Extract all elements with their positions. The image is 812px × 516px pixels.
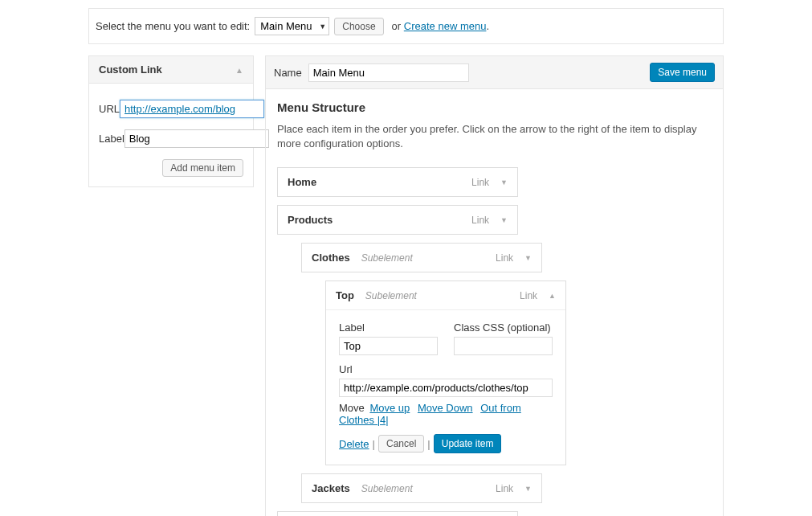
url-input[interactable] [120, 100, 264, 118]
menu-structure-desc: Place each item in the order you prefer.… [277, 122, 712, 151]
chevron-up-icon: ▲ [235, 65, 243, 74]
chevron-up-icon: ▲ [549, 292, 556, 300]
menu-item-products: Products Link ▼ [277, 205, 518, 235]
expanded-label-label: Label [339, 321, 438, 334]
item-type: Link [496, 252, 513, 264]
chevron-down-icon: ▼ [500, 216, 508, 224]
chevron-down-icon: ▼ [524, 485, 532, 493]
move-label: Move [339, 402, 365, 414]
item-title: Clothes [312, 252, 350, 264]
main-panel: Name Save menu Menu Structure Place each… [265, 55, 724, 516]
item-subelement: Subelement [361, 483, 413, 494]
label-input[interactable] [124, 129, 269, 148]
url-label: URL [99, 103, 120, 115]
select-menu-label: Select the menu you want to edit: [96, 20, 250, 32]
sidebar: Custom Link ▲ URL Label Add menu item [88, 55, 254, 187]
item-title: Home [288, 176, 316, 188]
expanded-class-label: Class CSS (optional) [454, 321, 553, 334]
menu-item-header[interactable]: Jackets Subelement Link ▼ [302, 474, 541, 502]
main-header: Name Save menu [265, 55, 724, 89]
menu-item-header[interactable]: Contact us Link ▼ [278, 512, 517, 516]
menu-item-clothes: Clothes Subelement Link ▼ [301, 243, 542, 272]
item-type: Link [496, 483, 513, 494]
menu-item-header[interactable]: Home Link ▼ [278, 168, 517, 196]
expanded-url-label: Url [339, 363, 553, 375]
item-title: Jackets [312, 482, 350, 494]
menu-item-contact: Contact us Link ▼ [277, 511, 518, 516]
menu-item-header[interactable]: Products Link ▼ [278, 206, 517, 234]
move-up-link[interactable]: Move up [369, 402, 410, 414]
menu-selector-bar: Select the menu you want to edit: Main M… [88, 8, 724, 44]
custom-link-header[interactable]: Custom Link ▲ [89, 56, 253, 84]
menu-item-body: Label Class CSS (optional) Url Move [326, 309, 565, 465]
custom-link-title: Custom Link [99, 63, 162, 76]
menu-item-top: Top Subelement Link ▲ Label Class CSS (o… [325, 281, 566, 465]
cancel-button[interactable]: Cancel [378, 435, 424, 453]
menu-select[interactable]: Main Menu [255, 17, 329, 35]
menu-item-header[interactable]: Top Subelement Link ▲ [326, 281, 565, 309]
delete-item-link[interactable]: Delete [339, 438, 369, 450]
menu-structure-title: Menu Structure [277, 100, 712, 114]
expanded-class-input[interactable] [454, 337, 553, 355]
chevron-down-icon: ▼ [500, 178, 508, 186]
separator: | [427, 438, 430, 450]
expanded-label-input[interactable] [339, 337, 438, 355]
choose-button[interactable]: Choose [334, 18, 383, 35]
custom-link-accordion: Custom Link ▲ URL Label Add menu item [88, 55, 254, 187]
menu-item-header[interactable]: Clothes Subelement Link ▼ [302, 244, 541, 272]
item-subelement: Subelement [361, 252, 413, 264]
item-type: Link [520, 290, 537, 301]
separator: | [373, 438, 375, 450]
or-text: or Create new menu. [392, 20, 489, 32]
menu-item-home: Home Link ▼ [277, 167, 518, 197]
save-menu-button-top[interactable]: Save menu [650, 63, 715, 82]
create-new-menu-link[interactable]: Create new menu [404, 20, 487, 32]
expanded-url-input[interactable] [339, 379, 553, 397]
update-item-button[interactable]: Update item [434, 434, 502, 453]
chevron-down-icon: ▼ [524, 254, 532, 262]
label-label: Label [99, 133, 124, 145]
item-type: Link [471, 215, 489, 226]
menu-name-input[interactable] [308, 63, 469, 82]
item-subelement: Subelement [365, 290, 417, 301]
name-label: Name [274, 67, 302, 79]
add-menu-item-button[interactable]: Add menu item [162, 159, 243, 177]
item-type: Link [471, 177, 489, 188]
move-down-link[interactable]: Move Down [418, 402, 473, 414]
menu-item-jackets: Jackets Subelement Link ▼ [301, 473, 542, 503]
item-title: Products [288, 214, 333, 226]
item-title: Top [336, 289, 354, 301]
move-row: Move Move up Move Down Out from Clothes … [339, 402, 553, 426]
